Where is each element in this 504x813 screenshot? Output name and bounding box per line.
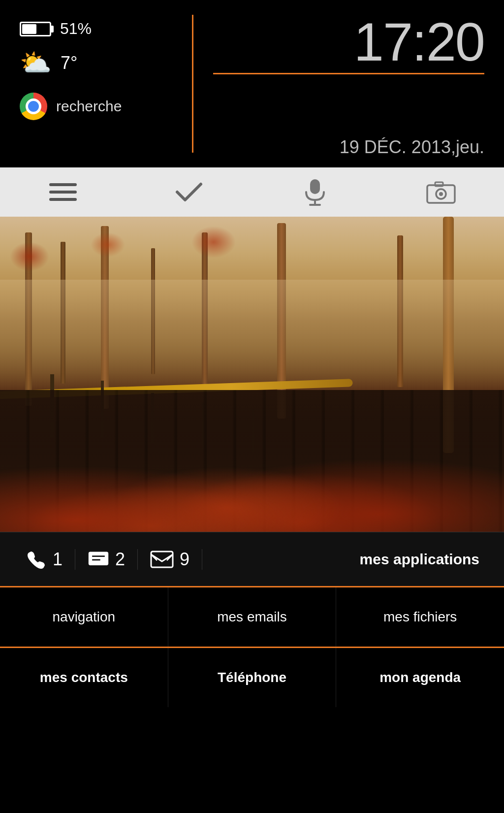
status-left: 51% ⛅ 7° recherche — [0, 0, 192, 167]
mail-notif-icon — [150, 551, 174, 568]
app-row-1: navigation mes emails mes fichiers — [0, 587, 504, 647]
search-row[interactable]: recherche — [20, 93, 177, 120]
mes-applications-button[interactable]: mes applications — [350, 551, 489, 568]
svg-rect-2 — [49, 198, 77, 201]
sms-notif-count: 2 — [115, 549, 125, 570]
svg-rect-13 — [151, 552, 173, 567]
svg-rect-0 — [49, 183, 77, 186]
svg-rect-10 — [89, 552, 108, 565]
battery-percent: 51% — [60, 20, 92, 38]
date-display: 19 DÉC. 2013,jeu. — [340, 137, 484, 158]
telephone-button[interactable]: Téléphone — [168, 648, 337, 707]
chrome-icon — [20, 93, 47, 120]
battery-row: 51% — [20, 20, 177, 38]
svg-rect-1 — [49, 191, 77, 194]
notifications-bar: 1 2 9 mes applications — [0, 532, 504, 586]
temperature: 7° — [61, 53, 77, 73]
battery-icon — [20, 22, 51, 36]
svg-point-9 — [439, 192, 443, 196]
sms-notif-icon — [88, 551, 109, 568]
wallpaper — [0, 217, 504, 532]
toolbar — [0, 167, 504, 217]
phone-notif-count: 1 — [53, 549, 63, 570]
status-right: 17:20 19 DÉC. 2013,jeu. — [193, 0, 504, 167]
status-bar: 51% ⛅ 7° recherche 17:20 19 DÉC. 2013,je… — [0, 0, 504, 167]
svg-rect-3 — [310, 179, 320, 194]
phone-notification[interactable]: 1 — [15, 549, 75, 570]
mon-agenda-button[interactable]: mon agenda — [336, 648, 504, 707]
camera-button[interactable] — [421, 172, 461, 212]
mail-notif-count: 9 — [180, 549, 189, 570]
svg-rect-8 — [435, 182, 443, 186]
mic-button[interactable] — [295, 172, 335, 212]
menu-button[interactable] — [43, 172, 83, 212]
mail-notification[interactable]: 9 — [138, 549, 202, 570]
time-underline — [213, 73, 484, 74]
navigation-button[interactable]: navigation — [0, 587, 168, 647]
search-label: recherche — [56, 98, 122, 115]
app-row-2: mes contacts Téléphone mon agenda — [0, 648, 504, 707]
sms-notification[interactable]: 2 — [75, 549, 138, 570]
mes-fichiers-button[interactable]: mes fichiers — [336, 587, 504, 647]
mes-contacts-button[interactable]: mes contacts — [0, 648, 168, 707]
time-display: 17:20 — [213, 15, 484, 69]
weather-icon: ⛅ — [20, 48, 52, 78]
check-button[interactable] — [169, 172, 209, 212]
weather-row: ⛅ 7° — [20, 48, 177, 78]
mes-emails-button[interactable]: mes emails — [168, 587, 337, 647]
phone-notif-icon — [27, 550, 47, 569]
